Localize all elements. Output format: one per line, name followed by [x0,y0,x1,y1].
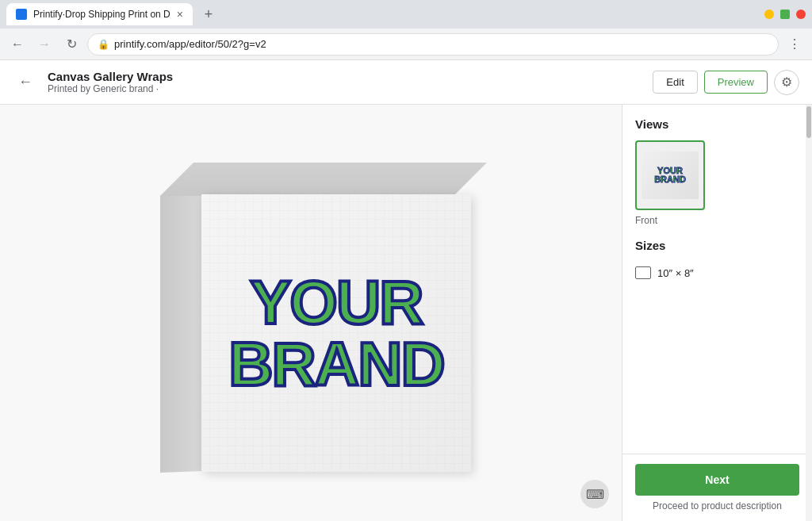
app-wrapper: ← Canvas Gallery Wraps Printed by Generi… [0,60,812,521]
keyboard-icon: ⌨ [586,487,604,502]
back-button[interactable]: ← [13,70,38,95]
page-title: Canvas Gallery Wraps [48,70,653,83]
browser-tab[interactable]: Printify·Drop Shipping Print on D × [6,3,193,25]
canvas-mockup: YOUR BRAND [136,147,485,480]
size-option-1[interactable]: 10″ × 8″ [635,262,799,284]
canvas-top-face [160,163,487,196]
toolbar-icons: ⋮ [783,33,806,56]
canvas-front-face: YOUR BRAND [201,194,471,472]
size-label-1: 10″ × 8″ [657,267,694,279]
sizes-section: Sizes 10″ × 8″ [622,239,812,297]
thumb-brand-text: YOUR BRAND [654,167,686,184]
tab-close-icon[interactable]: × [177,8,183,21]
page-subtitle: Printed by Generic brand · [48,83,653,94]
front-label: Front [635,215,657,226]
browser-toolbar: ← → ↻ 🔒 printify.com/app/editor/50/2?g=v… [0,29,812,60]
forward-nav-button[interactable]: → [33,33,56,56]
edit-button[interactable]: Edit [653,71,697,94]
next-button[interactable]: Next [635,464,799,496]
main-layout: YOUR BRAND ⌨ Views [0,105,812,521]
thumb-canvas: YOUR BRAND [642,151,699,199]
window-controls [764,10,806,19]
tab-label: Printify·Drop Shipping Print on D [33,9,170,20]
canvas-area: YOUR BRAND ⌨ [0,105,622,521]
address-bar[interactable]: 🔒 printify.com/app/editor/50/2?g=v2 [87,33,779,56]
views-section: Views YOUR BRAND Front [622,105,812,239]
settings-button[interactable]: ⚙ [774,70,799,95]
keyboard-button[interactable]: ⌨ [580,480,609,508]
minimize-button[interactable] [764,10,774,19]
tab-favicon [16,9,27,20]
canvas-wrap: YOUR BRAND [105,115,517,511]
view-front-thumbnail[interactable]: YOUR BRAND [635,140,705,210]
scrollbar-track[interactable] [806,105,812,521]
header-title-area: Canvas Gallery Wraps Printed by Generic … [48,70,653,94]
brand-line2: BRAND [228,333,444,395]
url-text: printify.com/app/editor/50/2?g=v2 [114,38,768,50]
canvas-side-face [160,193,204,473]
browser-titlebar: Printify·Drop Shipping Print on D × + [0,0,812,29]
extensions-button[interactable]: ⋮ [783,33,806,56]
right-panel: Views YOUR BRAND Front S [622,105,812,521]
brand-text-display: YOUR BRAND [228,271,444,395]
reload-button[interactable]: ↻ [60,33,82,56]
thumb-line2: BRAND [654,175,686,184]
app-header: ← Canvas Gallery Wraps Printed by Generi… [0,60,812,105]
header-actions: Edit Preview ⚙ [653,70,799,95]
views-title: Views [635,117,799,131]
close-button[interactable] [796,10,806,19]
size-icon [635,266,651,279]
scrollbar-thumb [806,106,811,138]
brand-line1: YOUR [228,271,444,333]
preview-button[interactable]: Preview [704,71,768,94]
back-icon: ← [18,74,33,90]
sizes-title: Sizes [635,239,799,252]
proceed-text: Proceed to product description [635,500,799,511]
browser-chrome: Printify·Drop Shipping Print on D × + ← … [0,0,812,60]
panel-footer: Next Proceed to product description [622,454,812,521]
lock-icon: 🔒 [98,39,109,50]
back-nav-button[interactable]: ← [6,33,29,56]
maximize-button[interactable] [780,10,790,19]
views-list: YOUR BRAND Front [635,140,799,226]
new-tab-button[interactable]: + [197,3,220,25]
